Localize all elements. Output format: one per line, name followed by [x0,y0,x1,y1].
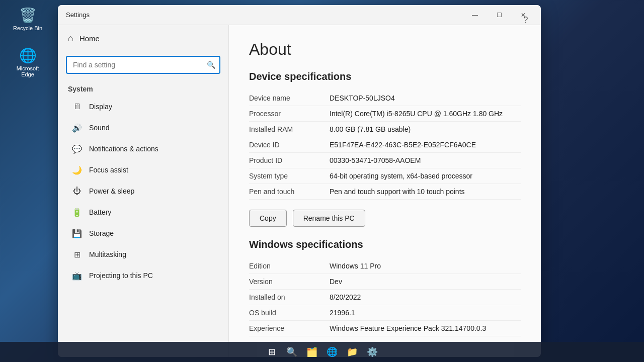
spec-row-system-type: System type 64-bit operating system, x64… [249,168,521,184]
spec-label-device-id: Device ID [249,141,330,149]
recycle-bin-icon[interactable]: 🗑️ Recycle Bin [10,5,45,31]
taskbar: ⊞ 🔍 🗂️ 🌐 📁 ⚙️ [0,342,644,362]
windows-specs-title: Windows specifications [249,239,521,250]
spec-row-experience: Experience Windows Feature Experience Pa… [249,321,521,336]
sidebar-item-sound[interactable]: 🔊 Sound [62,118,224,138]
spec-label-product-id: Product ID [249,156,330,164]
focus-icon: 🌙 [72,165,82,175]
sidebar-item-battery[interactable]: 🔋 Battery [62,202,224,222]
device-specs-title: Device specifications [249,71,521,82]
taskbar-edge-icon[interactable]: 🌐 [323,343,341,361]
device-specs-table: Device name DESKTOP-50LJSO4 Processor In… [249,90,521,200]
rename-pc-button[interactable]: Rename this PC [293,210,365,227]
spec-row-device-id: Device ID E51F47EA-E422-463C-B5E2-E052FC… [249,137,521,153]
spec-row-product-id: Product ID 00330-53471-07058-AAOEM [249,153,521,168]
sidebar-item-label-focus: Focus assist [89,166,128,174]
spec-row-pen-touch: Pen and touch Pen and touch support with… [249,184,521,200]
spec-value-device-id: E51F47EA-E422-463C-B5E2-E052FCF6A0CE [330,141,521,149]
sidebar-item-label-sound: Sound [89,124,109,132]
spec-row-os-build: OS build 21996.1 [249,305,521,321]
sidebar-item-focus[interactable]: 🌙 Focus assist [62,160,224,180]
taskbar-settings-icon[interactable]: ⚙️ [363,343,381,361]
sidebar-item-display[interactable]: 🖥 Display [62,97,224,117]
sidebar-home[interactable]: ⌂ Home [58,25,228,52]
spec-label-pen-touch: Pen and touch [249,188,330,196]
spec-label-processor: Processor [249,110,330,118]
spec-label-os-build: OS build [249,309,330,317]
search-box: 🔍 [66,56,220,74]
sidebar-item-label-battery: Battery [89,208,111,216]
spec-row-processor: Processor Intel(R) Core(TM) i5-8265U CPU… [249,106,521,122]
search-input[interactable] [66,56,220,74]
spec-value-pen-touch: Pen and touch support with 10 touch poin… [330,188,521,196]
spec-row-version: Version Dev [249,274,521,290]
sidebar-item-label-display: Display [89,103,112,111]
spec-row-ram: Installed RAM 8.00 GB (7.81 GB usable) [249,122,521,137]
spec-value-system-type: 64-bit operating system, x64-based proce… [330,172,521,180]
content-area: ? About Device specifications Device nam… [229,25,541,357]
sidebar-item-projecting[interactable]: 📺 Projecting to this PC [62,265,224,286]
multitasking-icon: ⊞ [72,249,82,259]
sidebar-item-label-multitasking: Multitasking [89,250,126,258]
page-title: About [249,40,521,59]
spec-row-edition: Edition Windows 11 Pro [249,258,521,274]
spec-value-device-name: DESKTOP-50LJSO4 [330,94,521,102]
window-body: ⌂ Home 🔍 System 🖥 Display 🔊 Sound [58,25,541,357]
search-icon: 🔍 [207,61,215,69]
taskbar-search-icon[interactable]: 🔍 [283,343,301,361]
settings-window: Settings — ☐ ✕ ⌂ Home 🔍 [58,5,541,357]
sidebar-item-label-notifications: Notifications & actions [89,145,158,153]
title-bar: Settings — ☐ ✕ [58,5,541,25]
spec-value-processor: Intel(R) Core(TM) i5-8265U CPU @ 1.60GHz… [330,110,521,118]
spec-row-installed-on: Installed on 8/20/2022 [249,290,521,305]
desktop: 🗑️ Recycle Bin 🌐 Microsoft Edge Settings… [0,0,644,362]
edge-icon[interactable]: 🌐 Microsoft Edge [10,45,45,77]
sidebar-item-notifications[interactable]: 💬 Notifications & actions [62,139,224,159]
spec-value-installed-on: 8/20/2022 [330,293,521,301]
spec-label-installed-on: Installed on [249,293,330,301]
spec-value-version: Dev [330,278,521,286]
copy-button[interactable]: Copy [249,210,287,227]
spec-label-version: Version [249,278,330,286]
spec-value-product-id: 00330-53471-07058-AAOEM [330,156,521,164]
spec-label-edition: Edition [249,262,330,270]
spec-label-ram: Installed RAM [249,125,330,133]
help-button[interactable]: ? [519,25,533,27]
sidebar-item-label-projecting: Projecting to this PC [89,272,153,280]
action-buttons: Copy Rename this PC [249,210,521,227]
sidebar-section-label: System [58,80,228,96]
spec-value-ram: 8.00 GB (7.81 GB usable) [330,125,521,133]
sidebar-item-multitasking[interactable]: ⊞ Multitasking [62,244,224,264]
sidebar: ⌂ Home 🔍 System 🖥 Display 🔊 Sound [58,25,229,357]
window-title: Settings [66,11,90,19]
sidebar-item-label-power: Power & sleep [89,187,134,195]
sidebar-item-storage[interactable]: 💾 Storage [62,223,224,243]
battery-icon: 🔋 [72,207,82,217]
power-icon: ⏻ [72,186,82,196]
spec-value-edition: Windows 11 Pro [330,262,521,270]
sidebar-home-label: Home [79,34,100,43]
sidebar-item-power[interactable]: ⏻ Power & sleep [62,181,224,201]
minimize-button[interactable]: — [463,8,487,23]
spec-row-device-name: Device name DESKTOP-50LJSO4 [249,90,521,106]
storage-icon: 💾 [72,228,82,238]
spec-label-experience: Experience [249,324,330,332]
sound-icon: 🔊 [72,123,82,133]
taskbar-taskview-icon[interactable]: 🗂️ [303,343,321,361]
home-icon: ⌂ [68,33,73,44]
windows-specs-table: Edition Windows 11 Pro Version Dev Insta… [249,258,521,336]
notifications-icon: 💬 [72,144,82,154]
maximize-button[interactable]: ☐ [488,8,511,23]
sidebar-item-label-storage: Storage [89,229,114,237]
spec-value-experience: Windows Feature Experience Pack 321.1470… [330,324,521,332]
taskbar-start-button[interactable]: ⊞ [263,343,281,361]
display-icon: 🖥 [72,102,82,112]
spec-value-os-build: 21996.1 [330,309,521,317]
projecting-icon: 📺 [72,270,82,281]
spec-label-system-type: System type [249,172,330,180]
taskbar-explorer-icon[interactable]: 📁 [343,343,361,361]
spec-label-device-name: Device name [249,94,330,102]
